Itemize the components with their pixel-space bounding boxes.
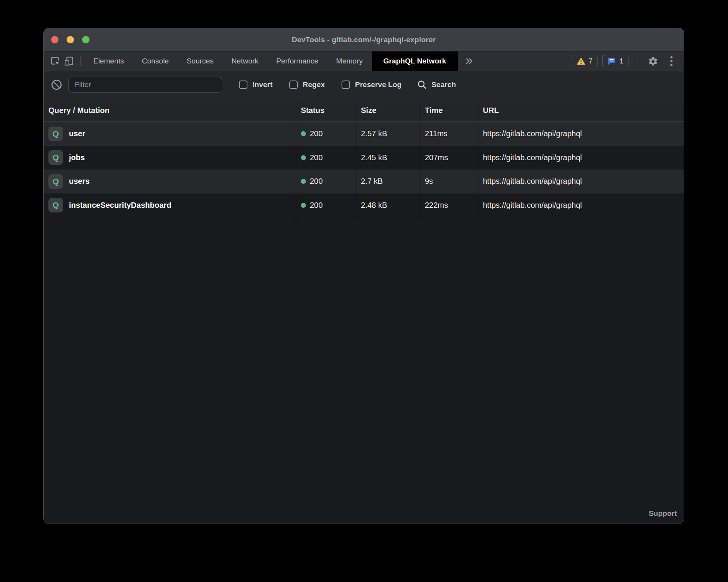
tab-sources[interactable]: Sources [178,51,223,71]
status-code: 200 [310,177,323,186]
table-row[interactable]: Q users 200 2.7 kB 9s https://gitlab.com… [44,169,684,193]
regex-checkbox[interactable] [289,80,298,89]
url-cell: https://gitlab.com/api/graphql [478,122,684,146]
tab-network[interactable]: Network [223,51,268,71]
status-ok-dot-icon [301,131,306,136]
table-header: Query / Mutation Status Size Time URL [44,99,684,122]
tab-elements[interactable]: Elements [84,51,133,71]
clear-log-button[interactable] [50,78,63,91]
support-link[interactable]: Support [649,509,677,518]
status-ok-dot-icon [301,203,306,208]
message-bubble-icon [607,57,616,65]
size-cell: 2.48 kB [356,193,420,217]
url-cell: https://gitlab.com/api/graphql [478,193,684,217]
time-cell: 207ms [420,146,478,170]
status-cell: 200 [296,146,356,170]
size-cell: 2.7 kB [356,169,420,193]
empty-panel-area [44,220,684,524]
preserve-log-checkbox[interactable] [342,80,350,89]
query-cell: Q user [44,122,296,146]
query-name: instanceSecurityDashboard [69,201,172,210]
table-row[interactable]: Q instanceSecurityDashboard 200 2.48 kB … [44,193,684,217]
query-name: jobs [69,153,85,162]
invert-label: Invert [252,80,273,89]
toolbar-right-controls: 7 1 [572,54,678,68]
filter-bar: Invert Regex Preserve Log Search [44,71,684,99]
time-cell: 211ms [420,122,478,146]
close-button[interactable] [51,36,58,43]
status-code: 200 [310,201,323,210]
devtools-window: DevTools - gitlab.com/-/graphql-explorer… [43,28,684,524]
more-options-button[interactable] [664,54,678,68]
regex-label: Regex [303,80,325,89]
status-cell: 200 [296,169,356,193]
toolbar-divider [637,56,637,66]
status-ok-dot-icon [301,155,306,160]
kebab-menu-icon [670,55,673,67]
device-toolbar-icon [64,56,74,66]
preserve-log-label: Preserve Log [355,80,402,89]
time-cell: 9s [420,169,478,193]
tab-console[interactable]: Console [133,51,178,71]
status-cell: 200 [296,193,356,217]
messages-badge[interactable]: 1 [602,55,628,67]
warning-triangle-icon [577,58,585,65]
column-header-query: Query / Mutation [44,99,296,122]
size-cell: 2.57 kB [356,122,420,146]
title-bar: DevTools - gitlab.com/-/graphql-explorer [44,28,684,51]
query-type-badge: Q [48,198,63,212]
time-cell: 222ms [420,193,478,217]
tab-graphql-network[interactable]: GraphQL Network [372,51,458,71]
query-type-badge: Q [48,150,63,165]
status-code: 200 [310,129,323,138]
warnings-count: 7 [589,57,593,65]
query-type-badge: Q [48,127,63,141]
more-tabs-button[interactable] [458,57,480,65]
column-header-status: Status [296,99,356,122]
status-code: 200 [310,153,323,162]
invert-filter-group: Invert [239,80,273,89]
table-row[interactable]: Q user 200 2.57 kB 211ms https://gitlab.… [44,122,684,146]
column-header-time: Time [420,99,478,122]
table-body: Q user 200 2.57 kB 211ms https://gitlab.… [44,122,684,217]
inspect-cursor-icon [50,56,60,66]
invert-checkbox[interactable] [239,80,247,89]
messages-count: 1 [619,57,623,65]
table-column-tail [44,217,684,220]
search-icon [417,80,427,90]
devtools-tab-bar: Elements Console Sources Network Perform… [44,51,684,71]
window-title: DevTools - gitlab.com/-/graphql-explorer [292,36,436,44]
toggle-device-toolbar-button[interactable] [62,54,76,68]
query-name: users [69,177,89,186]
search-label: Search [431,80,456,89]
minimize-button[interactable] [67,36,74,43]
status-ok-dot-icon [301,179,306,184]
url-cell: https://gitlab.com/api/graphql [478,169,684,193]
gear-icon [648,56,658,67]
tab-memory[interactable]: Memory [327,51,372,71]
column-header-url: URL [478,99,684,122]
warnings-badge[interactable]: 7 [572,55,598,67]
chevron-double-right-icon [465,57,473,65]
query-cell: Q users [44,169,296,193]
url-cell: https://gitlab.com/api/graphql [478,146,684,170]
status-cell: 200 [296,122,356,146]
query-name: user [69,129,85,138]
preserve-log-group: Preserve Log [342,80,402,89]
query-cell: Q jobs [44,146,296,170]
table-row[interactable]: Q jobs 200 2.45 kB 207ms https://gitlab.… [44,146,684,170]
maximize-button[interactable] [82,36,89,43]
block-icon [51,79,62,91]
size-cell: 2.45 kB [356,146,420,170]
search-button[interactable]: Search [417,80,456,90]
traffic-lights [51,28,89,51]
column-header-size: Size [356,99,420,122]
inspect-element-button[interactable] [48,54,62,68]
filter-input[interactable] [68,77,222,93]
query-type-badge: Q [48,174,63,189]
settings-button[interactable] [646,54,660,68]
query-cell: Q instanceSecurityDashboard [44,193,296,217]
tab-performance[interactable]: Performance [267,51,327,71]
toolbar-divider [80,56,81,66]
regex-filter-group: Regex [289,80,325,89]
